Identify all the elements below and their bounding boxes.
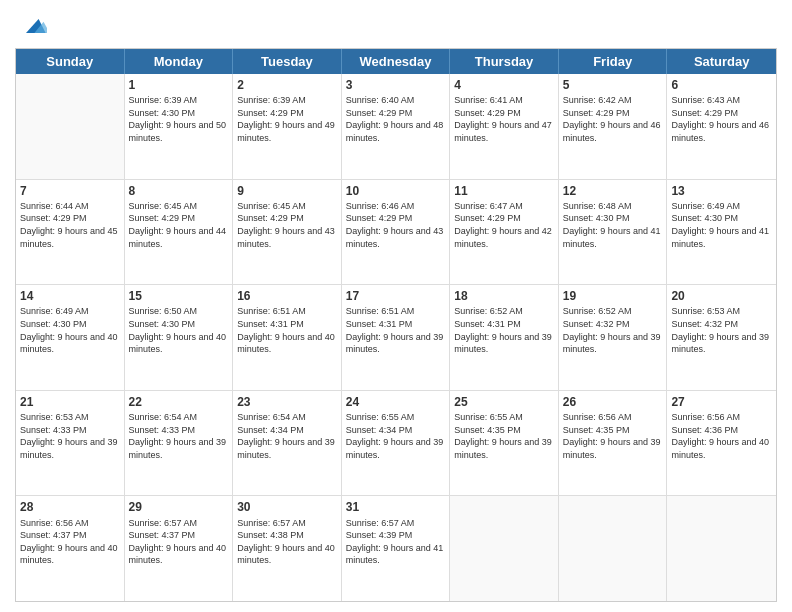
calendar-cell: 30Sunrise: 6:57 AMSunset: 4:38 PMDayligh… (233, 496, 342, 601)
calendar-cell: 4Sunrise: 6:41 AMSunset: 4:29 PMDaylight… (450, 74, 559, 179)
day-number: 8 (129, 183, 229, 199)
cell-info: Sunrise: 6:45 AMSunset: 4:29 PMDaylight:… (237, 200, 337, 250)
calendar-week: 28Sunrise: 6:56 AMSunset: 4:37 PMDayligh… (16, 496, 776, 601)
cell-info: Sunrise: 6:50 AMSunset: 4:30 PMDaylight:… (129, 305, 229, 355)
calendar-header: SundayMondayTuesdayWednesdayThursdayFrid… (16, 49, 776, 74)
day-number: 7 (20, 183, 120, 199)
day-number: 24 (346, 394, 446, 410)
day-number: 6 (671, 77, 772, 93)
cell-info: Sunrise: 6:48 AMSunset: 4:30 PMDaylight:… (563, 200, 663, 250)
day-number: 19 (563, 288, 663, 304)
cell-info: Sunrise: 6:40 AMSunset: 4:29 PMDaylight:… (346, 94, 446, 144)
calendar-cell: 9Sunrise: 6:45 AMSunset: 4:29 PMDaylight… (233, 180, 342, 285)
calendar-cell: 21Sunrise: 6:53 AMSunset: 4:33 PMDayligh… (16, 391, 125, 496)
cell-info: Sunrise: 6:56 AMSunset: 4:37 PMDaylight:… (20, 517, 120, 567)
calendar-cell: 10Sunrise: 6:46 AMSunset: 4:29 PMDayligh… (342, 180, 451, 285)
calendar-cell (559, 496, 668, 601)
cell-info: Sunrise: 6:47 AMSunset: 4:29 PMDaylight:… (454, 200, 554, 250)
cell-info: Sunrise: 6:44 AMSunset: 4:29 PMDaylight:… (20, 200, 120, 250)
calendar-cell: 15Sunrise: 6:50 AMSunset: 4:30 PMDayligh… (125, 285, 234, 390)
day-number: 2 (237, 77, 337, 93)
cell-info: Sunrise: 6:54 AMSunset: 4:33 PMDaylight:… (129, 411, 229, 461)
day-number: 3 (346, 77, 446, 93)
calendar-cell: 25Sunrise: 6:55 AMSunset: 4:35 PMDayligh… (450, 391, 559, 496)
calendar-week: 1Sunrise: 6:39 AMSunset: 4:30 PMDaylight… (16, 74, 776, 180)
calendar-cell: 7Sunrise: 6:44 AMSunset: 4:29 PMDaylight… (16, 180, 125, 285)
day-number: 28 (20, 499, 120, 515)
cell-info: Sunrise: 6:57 AMSunset: 4:38 PMDaylight:… (237, 517, 337, 567)
header-day: Thursday (450, 49, 559, 74)
day-number: 22 (129, 394, 229, 410)
cell-info: Sunrise: 6:43 AMSunset: 4:29 PMDaylight:… (671, 94, 772, 144)
day-number: 21 (20, 394, 120, 410)
logo-icon (19, 12, 47, 40)
day-number: 29 (129, 499, 229, 515)
calendar-cell: 5Sunrise: 6:42 AMSunset: 4:29 PMDaylight… (559, 74, 668, 179)
day-number: 12 (563, 183, 663, 199)
calendar-cell: 19Sunrise: 6:52 AMSunset: 4:32 PMDayligh… (559, 285, 668, 390)
calendar-cell: 16Sunrise: 6:51 AMSunset: 4:31 PMDayligh… (233, 285, 342, 390)
cell-info: Sunrise: 6:49 AMSunset: 4:30 PMDaylight:… (20, 305, 120, 355)
cell-info: Sunrise: 6:55 AMSunset: 4:34 PMDaylight:… (346, 411, 446, 461)
calendar-cell: 13Sunrise: 6:49 AMSunset: 4:30 PMDayligh… (667, 180, 776, 285)
calendar-cell: 22Sunrise: 6:54 AMSunset: 4:33 PMDayligh… (125, 391, 234, 496)
calendar-cell: 26Sunrise: 6:56 AMSunset: 4:35 PMDayligh… (559, 391, 668, 496)
cell-info: Sunrise: 6:54 AMSunset: 4:34 PMDaylight:… (237, 411, 337, 461)
header-day: Tuesday (233, 49, 342, 74)
calendar: SundayMondayTuesdayWednesdayThursdayFrid… (15, 48, 777, 602)
cell-info: Sunrise: 6:53 AMSunset: 4:33 PMDaylight:… (20, 411, 120, 461)
calendar-cell: 2Sunrise: 6:39 AMSunset: 4:29 PMDaylight… (233, 74, 342, 179)
cell-info: Sunrise: 6:42 AMSunset: 4:29 PMDaylight:… (563, 94, 663, 144)
logo (15, 14, 47, 40)
calendar-cell: 23Sunrise: 6:54 AMSunset: 4:34 PMDayligh… (233, 391, 342, 496)
cell-info: Sunrise: 6:51 AMSunset: 4:31 PMDaylight:… (237, 305, 337, 355)
day-number: 31 (346, 499, 446, 515)
cell-info: Sunrise: 6:57 AMSunset: 4:39 PMDaylight:… (346, 517, 446, 567)
cell-info: Sunrise: 6:57 AMSunset: 4:37 PMDaylight:… (129, 517, 229, 567)
day-number: 25 (454, 394, 554, 410)
day-number: 17 (346, 288, 446, 304)
calendar-cell: 27Sunrise: 6:56 AMSunset: 4:36 PMDayligh… (667, 391, 776, 496)
day-number: 11 (454, 183, 554, 199)
day-number: 4 (454, 77, 554, 93)
day-number: 16 (237, 288, 337, 304)
calendar-cell: 6Sunrise: 6:43 AMSunset: 4:29 PMDaylight… (667, 74, 776, 179)
cell-info: Sunrise: 6:49 AMSunset: 4:30 PMDaylight:… (671, 200, 772, 250)
cell-info: Sunrise: 6:39 AMSunset: 4:30 PMDaylight:… (129, 94, 229, 144)
day-number: 5 (563, 77, 663, 93)
calendar-cell: 1Sunrise: 6:39 AMSunset: 4:30 PMDaylight… (125, 74, 234, 179)
calendar-cell: 31Sunrise: 6:57 AMSunset: 4:39 PMDayligh… (342, 496, 451, 601)
cell-info: Sunrise: 6:39 AMSunset: 4:29 PMDaylight:… (237, 94, 337, 144)
header (15, 10, 777, 40)
header-day: Wednesday (342, 49, 451, 74)
header-day: Sunday (16, 49, 125, 74)
cell-info: Sunrise: 6:45 AMSunset: 4:29 PMDaylight:… (129, 200, 229, 250)
calendar-cell (16, 74, 125, 179)
cell-info: Sunrise: 6:51 AMSunset: 4:31 PMDaylight:… (346, 305, 446, 355)
cell-info: Sunrise: 6:56 AMSunset: 4:36 PMDaylight:… (671, 411, 772, 461)
calendar-cell: 20Sunrise: 6:53 AMSunset: 4:32 PMDayligh… (667, 285, 776, 390)
day-number: 13 (671, 183, 772, 199)
day-number: 10 (346, 183, 446, 199)
header-day: Monday (125, 49, 234, 74)
day-number: 1 (129, 77, 229, 93)
calendar-body: 1Sunrise: 6:39 AMSunset: 4:30 PMDaylight… (16, 74, 776, 601)
day-number: 18 (454, 288, 554, 304)
day-number: 23 (237, 394, 337, 410)
day-number: 9 (237, 183, 337, 199)
day-number: 30 (237, 499, 337, 515)
cell-info: Sunrise: 6:52 AMSunset: 4:31 PMDaylight:… (454, 305, 554, 355)
day-number: 14 (20, 288, 120, 304)
calendar-cell: 18Sunrise: 6:52 AMSunset: 4:31 PMDayligh… (450, 285, 559, 390)
calendar-cell: 12Sunrise: 6:48 AMSunset: 4:30 PMDayligh… (559, 180, 668, 285)
calendar-cell: 11Sunrise: 6:47 AMSunset: 4:29 PMDayligh… (450, 180, 559, 285)
calendar-cell: 3Sunrise: 6:40 AMSunset: 4:29 PMDaylight… (342, 74, 451, 179)
calendar-cell: 28Sunrise: 6:56 AMSunset: 4:37 PMDayligh… (16, 496, 125, 601)
day-number: 26 (563, 394, 663, 410)
day-number: 27 (671, 394, 772, 410)
calendar-week: 14Sunrise: 6:49 AMSunset: 4:30 PMDayligh… (16, 285, 776, 391)
calendar-cell (450, 496, 559, 601)
calendar-week: 21Sunrise: 6:53 AMSunset: 4:33 PMDayligh… (16, 391, 776, 497)
calendar-week: 7Sunrise: 6:44 AMSunset: 4:29 PMDaylight… (16, 180, 776, 286)
calendar-cell: 14Sunrise: 6:49 AMSunset: 4:30 PMDayligh… (16, 285, 125, 390)
